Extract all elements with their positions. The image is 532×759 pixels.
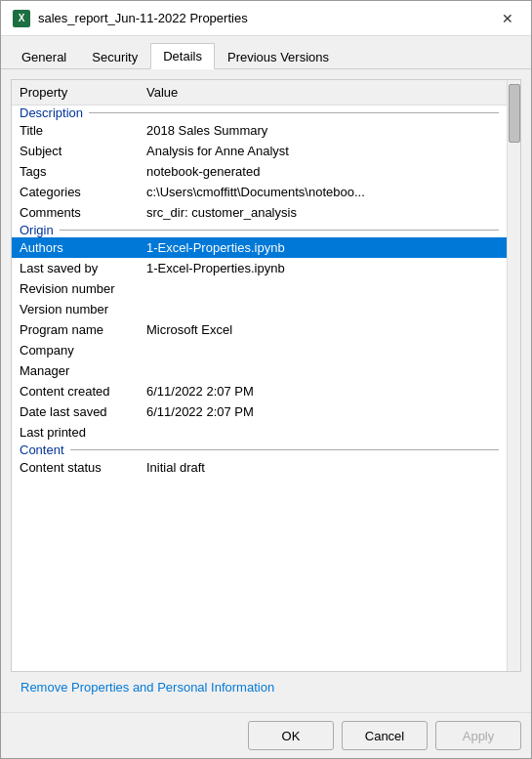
table-row: Subject Analysis for Anne Analyst [12, 141, 507, 161]
prop-title-label: Title [12, 120, 139, 141]
table-row: Comments src_dir: customer_analysis [12, 202, 507, 223]
table-row: Tags notebook-generated [12, 161, 507, 182]
prop-revisionnumber-label: Revision number [12, 278, 139, 299]
close-button[interactable]: ✕ [496, 7, 519, 30]
prop-programname-label: Program name [12, 319, 139, 340]
prop-comments-value: src_dir: customer_analysis [139, 202, 507, 223]
content-section-row: Content [12, 443, 507, 457]
table-row: Date last saved 6/11/2022 2:07 PM [12, 401, 507, 422]
description-section: Description [12, 105, 507, 120]
properties-panel: Property Value Description [11, 79, 521, 672]
origin-divider [60, 230, 499, 231]
prop-contentstatus-value: Initial draft [139, 457, 507, 478]
content-area: Property Value Description [1, 69, 531, 712]
prop-authors-label: Authors [12, 237, 139, 258]
table-row: Content status Initial draft [12, 457, 507, 478]
prop-title-value: 2018 Sales Summary [139, 120, 507, 141]
content-section: Content [12, 443, 507, 457]
table-row: Categories c:\Users\cmoffitt\Documents\n… [12, 182, 507, 202]
cancel-button[interactable]: Cancel [342, 721, 428, 750]
content-divider [70, 449, 499, 450]
col-value-header: Value [139, 80, 507, 105]
button-bar: OK Cancel Apply [1, 712, 531, 758]
prop-categories-value: c:\Users\cmoffitt\Documents\noteboo... [139, 182, 507, 202]
table-row: Last saved by 1-Excel-Properties.ipynb [12, 258, 507, 278]
dialog-title: sales_report_Jun-11-2022 Properties [38, 11, 248, 25]
tab-general[interactable]: General [9, 43, 79, 69]
table-row: Version number [12, 299, 507, 319]
prop-manager-label: Manager [12, 360, 139, 381]
tab-security[interactable]: Security [79, 43, 150, 69]
apply-button[interactable]: Apply [435, 721, 521, 750]
prop-tags-value: notebook-generated [139, 161, 507, 182]
prop-company-label: Company [12, 340, 139, 360]
prop-authors-value: 1-Excel-Properties.ipynb [139, 237, 507, 258]
table-row: Manager [12, 360, 507, 381]
table-row: Title 2018 Sales Summary [12, 120, 507, 141]
prop-subject-value: Analysis for Anne Analyst [139, 141, 507, 161]
title-bar-left: X sales_report_Jun-11-2022 Properties [13, 10, 248, 27]
remove-properties-link[interactable]: Remove Properties and Personal Informati… [20, 680, 274, 695]
prop-lastprinted-label: Last printed [12, 422, 139, 443]
prop-subject-label: Subject [12, 141, 139, 161]
table-row: Program name Microsoft Excel [12, 319, 507, 340]
description-divider [89, 112, 499, 113]
prop-versionnumber-label: Version number [12, 299, 139, 319]
table-row: Last printed [12, 422, 507, 443]
prop-contentstatus-label: Content status [12, 457, 139, 478]
col-property-header: Property [12, 80, 139, 105]
table-row: Revision number [12, 278, 507, 299]
origin-section: Origin [12, 223, 507, 237]
scrollbar-thumb[interactable] [509, 84, 520, 143]
prop-categories-label: Categories [12, 182, 139, 202]
properties-table: Property Value Description [12, 80, 507, 478]
title-bar: X sales_report_Jun-11-2022 Properties ✕ [1, 1, 531, 36]
table-row[interactable]: Authors 1-Excel-Properties.ipynb [12, 237, 507, 258]
prop-company-value [139, 340, 507, 360]
tab-details[interactable]: Details [150, 43, 215, 69]
prop-tags-label: Tags [12, 161, 139, 182]
prop-programname-value: Microsoft Excel [139, 319, 507, 340]
prop-datelastsaved-label: Date last saved [12, 401, 139, 422]
description-section-row: Description [12, 105, 507, 121]
prop-contentcreated-label: Content created [12, 381, 139, 401]
scrollbar-track[interactable] [507, 80, 520, 671]
ok-button[interactable]: OK [248, 721, 334, 750]
link-area: Remove Properties and Personal Informati… [11, 672, 521, 702]
tab-previous-versions[interactable]: Previous Versions [215, 43, 342, 69]
prop-lastsavedby-value: 1-Excel-Properties.ipynb [139, 258, 507, 278]
prop-contentcreated-value: 6/11/2022 2:07 PM [139, 381, 507, 401]
prop-revisionnumber-value [139, 278, 507, 299]
origin-label: Origin [20, 223, 60, 237]
prop-manager-value [139, 360, 507, 381]
prop-lastsavedby-label: Last saved by [12, 258, 139, 278]
prop-versionnumber-value [139, 299, 507, 319]
prop-comments-label: Comments [12, 202, 139, 223]
properties-dialog: X sales_report_Jun-11-2022 Properties ✕ … [0, 0, 532, 759]
origin-section-row: Origin [12, 223, 507, 237]
tabs-bar: General Security Details Previous Versio… [1, 36, 531, 69]
excel-icon: X [13, 10, 30, 27]
prop-datelastsaved-value: 6/11/2022 2:07 PM [139, 401, 507, 422]
description-label: Description [20, 105, 89, 120]
table-row: Content created 6/11/2022 2:07 PM [12, 381, 507, 401]
prop-lastprinted-value [139, 422, 507, 443]
table-row: Company [12, 340, 507, 360]
properties-scroll[interactable]: Property Value Description [12, 80, 507, 671]
table-header-row: Property Value [12, 80, 507, 105]
content-label: Content [20, 443, 70, 457]
